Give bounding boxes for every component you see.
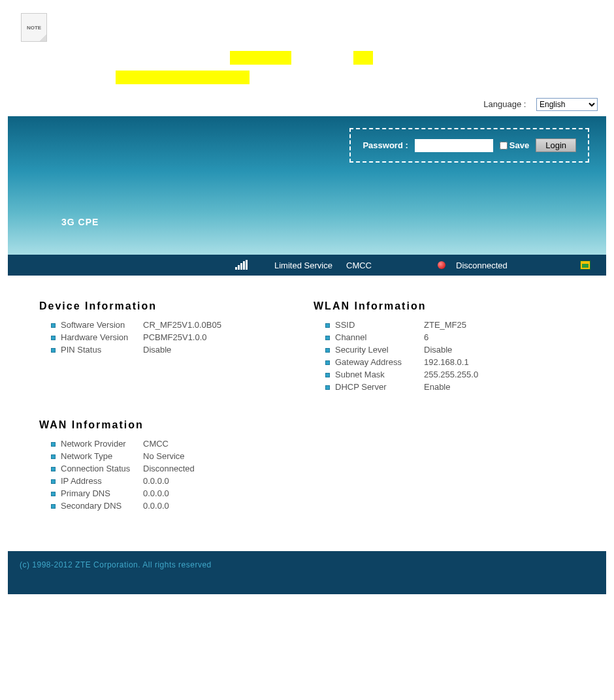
bullet-icon (325, 323, 330, 328)
bullet-icon (51, 479, 56, 484)
info-row: PIN Status Disable (39, 343, 300, 356)
info-value: 6 (424, 332, 428, 342)
info-value: ZTE_MF25 (424, 320, 466, 330)
info-label: Hardware Version (61, 332, 138, 342)
language-label: Language : (483, 99, 526, 109)
info-label: Primary DNS (61, 488, 138, 498)
info-value: PCBMF25V1.0.0 (143, 332, 207, 342)
info-label: Security Level (335, 345, 419, 355)
bullet-icon (325, 348, 330, 353)
bullet-icon (51, 467, 56, 471)
info-label: Channel (335, 332, 419, 342)
info-row: Subnet Mask 255.255.255.0 (314, 368, 575, 381)
wlan-info-section: WLAN Information SSID ZTE_MF25 Channel 6… (314, 300, 575, 393)
section-title: Device Information (39, 300, 300, 312)
wan-info-section: WAN Information Network Provider CMCC Ne… (39, 419, 300, 512)
bullet-icon (325, 336, 330, 340)
language-row: Language : English (0, 91, 614, 116)
status-service: Limited Service (274, 261, 346, 270)
info-label: SSID (335, 320, 419, 330)
info-label: Software Version (61, 320, 138, 330)
bullet-icon (325, 360, 330, 365)
password-label: Password : (363, 140, 408, 150)
info-label: Connection Status (61, 464, 138, 473)
info-value: Enable (424, 382, 450, 392)
highlight (353, 51, 373, 65)
info-row: DHCP Server Enable (314, 381, 575, 393)
password-input[interactable] (415, 139, 493, 152)
save-checkbox[interactable] (500, 142, 508, 150)
header-band: Password : Save Login 3G CPE (8, 116, 606, 255)
signal-icon (235, 260, 248, 270)
info-value: No Service (143, 451, 185, 461)
bullet-icon (51, 348, 56, 353)
info-row: Network Provider CMCC (39, 438, 300, 450)
highlight (116, 71, 250, 84)
info-row: Secondary DNS 0.0.0.0 (39, 500, 300, 512)
content-area: Device Information Software Version CR_M… (0, 276, 614, 538)
info-row: Software Version CR_MF25V1.0.0B05 (39, 319, 300, 331)
info-label: Network Type (61, 451, 138, 461)
status-bar: Limited Service CMCC Disconnected (8, 255, 606, 276)
info-label: DHCP Server (335, 382, 419, 392)
info-row: IP Address 0.0.0.0 (39, 475, 300, 487)
info-row: Security Level Disable (314, 343, 575, 356)
info-row: Channel 6 (314, 331, 575, 343)
note-region: NOTE (0, 0, 614, 91)
info-value: Disable (424, 345, 452, 355)
info-label: IP Address (61, 476, 138, 486)
info-value: 0.0.0.0 (143, 488, 169, 498)
brand-title: 3G CPE (61, 217, 99, 227)
info-value: CR_MF25V1.0.0B05 (143, 320, 221, 330)
info-label: Subnet Mask (335, 370, 419, 379)
info-value: 0.0.0.0 (143, 476, 169, 486)
note-icon: NOTE (21, 13, 47, 42)
info-row: Gateway Address 192.168.0.1 (314, 356, 575, 368)
device-info-section: Device Information Software Version CR_M… (39, 300, 300, 393)
bullet-icon (51, 442, 56, 447)
info-row: Network Type No Service (39, 450, 300, 462)
info-label: Secondary DNS (61, 501, 138, 511)
info-row: Connection Status Disconnected (39, 462, 300, 475)
info-value: 255.255.255.0 (424, 370, 478, 379)
bullet-icon (51, 454, 56, 459)
bullet-icon (51, 492, 56, 496)
info-label: PIN Status (61, 345, 138, 355)
info-row: SSID ZTE_MF25 (314, 319, 575, 331)
info-row: Hardware Version PCBMF25V1.0.0 (39, 331, 300, 343)
status-connection: Disconnected (456, 261, 528, 270)
save-checkbox-wrap[interactable]: Save (500, 140, 529, 150)
footer: (c) 1998-2012 ZTE Corporation. All right… (8, 551, 606, 594)
status-carrier: CMCC (346, 261, 438, 270)
section-title: WLAN Information (314, 300, 575, 312)
info-value: CMCC (143, 439, 169, 449)
save-label: Save (509, 140, 529, 150)
info-value: Disconnected (143, 464, 195, 473)
info-row: Primary DNS 0.0.0.0 (39, 487, 300, 500)
bullet-icon (325, 373, 330, 377)
note-icon-text: NOTE (27, 25, 41, 31)
login-box: Password : Save Login (349, 128, 589, 163)
bullet-icon (51, 504, 56, 509)
bullet-icon (51, 336, 56, 340)
info-label: Network Provider (61, 439, 138, 449)
login-button[interactable]: Login (536, 138, 576, 152)
section-title: WAN Information (39, 419, 300, 431)
highlight (230, 51, 291, 65)
bullet-icon (51, 323, 56, 328)
info-value: 192.168.0.1 (424, 357, 469, 367)
info-value: 0.0.0.0 (143, 501, 169, 511)
info-value: Disable (143, 345, 171, 355)
status-dot-icon (438, 261, 445, 269)
bullet-icon (325, 385, 330, 390)
language-select[interactable]: English (536, 98, 598, 111)
info-label: Gateway Address (335, 357, 419, 367)
image-icon (580, 261, 590, 270)
